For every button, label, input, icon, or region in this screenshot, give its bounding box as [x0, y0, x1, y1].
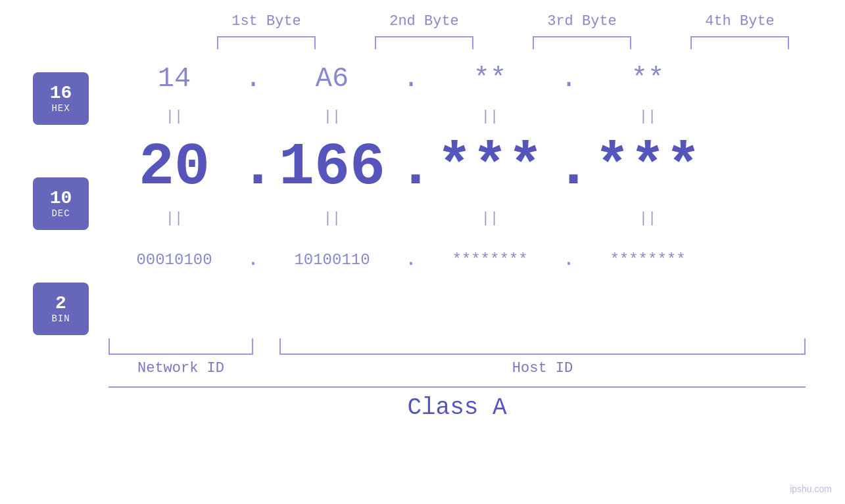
equals-row-1: || || || || — [109, 105, 845, 128]
dec-dot-1: . — [240, 134, 266, 201]
eq1-2: || — [266, 108, 398, 125]
network-bracket — [109, 338, 253, 355]
bin-val-1: 00010100 — [109, 251, 240, 269]
class-line-container: Class A — [109, 386, 806, 421]
hex-dot-2: . — [398, 63, 424, 95]
dec-val-1: 20 — [109, 134, 240, 201]
eq1-1: || — [109, 108, 240, 125]
eq2-1: || — [109, 210, 240, 227]
eq1-3: || — [424, 108, 556, 125]
class-area: Class A — [0, 386, 845, 421]
bottom-area: Network ID Host ID — [0, 338, 845, 377]
main-container: 1st Byte 2nd Byte 3rd Byte 4th Byte 16 — [0, 0, 845, 504]
bracket-cell-2 — [358, 36, 490, 49]
bracket-cell-3 — [516, 36, 648, 49]
dec-val-3: *** — [424, 134, 556, 201]
dec-val-4: *** — [582, 134, 713, 201]
bracket-cell-4 — [674, 36, 806, 49]
hex-dot-3: . — [556, 63, 582, 95]
bottom-labels: Network ID Host ID — [109, 360, 806, 377]
dec-dot-2: . — [398, 134, 424, 201]
dec-val-2: 166 — [266, 134, 398, 201]
byte-header-2: 2nd Byte — [358, 13, 490, 30]
eq1-4: || — [582, 108, 713, 125]
dec-badge: 10 DEC — [33, 177, 89, 230]
hex-val-3: ** — [424, 63, 556, 95]
content-area: 16 HEX 10 DEC 2 BIN 14 . — [0, 53, 845, 335]
byte-header-1: 1st Byte — [201, 13, 332, 30]
hex-val-4: ** — [582, 63, 713, 95]
byte-headers-row: 1st Byte 2nd Byte 3rd Byte 4th Byte — [0, 0, 845, 30]
data-rows: 14 . A6 . ** . ** — [109, 53, 845, 289]
host-bracket — [279, 338, 806, 355]
hex-dot-1: . — [240, 63, 266, 95]
dec-dot-3: . — [556, 134, 582, 201]
bin-val-4: ******** — [582, 251, 713, 269]
eq2-4: || — [582, 210, 713, 227]
equals-row-2: || || || || — [109, 207, 845, 230]
bin-val-2: 10100110 — [266, 251, 398, 269]
eq2-3: || — [424, 210, 556, 227]
top-bracket-3 — [533, 36, 631, 49]
hex-val-2: A6 — [266, 63, 398, 95]
bin-val-3: ******** — [424, 251, 556, 269]
dec-row: 20 . 166 . *** . *** — [109, 128, 845, 207]
class-label: Class A — [407, 394, 506, 421]
top-bracket-2 — [375, 36, 473, 49]
bin-dot-1: . — [240, 248, 266, 271]
network-id-label: Network ID — [109, 360, 253, 377]
hex-badge: 16 HEX — [33, 72, 89, 125]
top-bracket-4 — [690, 36, 789, 49]
byte-header-4: 4th Byte — [674, 13, 806, 30]
bracket-cell-1 — [201, 36, 332, 49]
watermark: ipshu.com — [790, 484, 832, 494]
hex-row: 14 . A6 . ** . ** — [109, 53, 845, 105]
bin-dot-2: . — [398, 248, 424, 271]
base-labels: 16 HEX 10 DEC 2 BIN — [0, 53, 89, 335]
bin-row: 00010100 . 10100110 . ******** . — [109, 230, 845, 289]
bottom-brackets — [109, 338, 806, 355]
bin-badge: 2 BIN — [33, 283, 89, 335]
host-id-label: Host ID — [279, 360, 806, 377]
top-brackets-row — [0, 36, 845, 49]
top-bracket-1 — [217, 36, 316, 49]
byte-header-3: 3rd Byte — [516, 13, 648, 30]
eq2-2: || — [266, 210, 398, 227]
hex-val-1: 14 — [109, 63, 240, 95]
bin-dot-3: . — [556, 248, 582, 271]
